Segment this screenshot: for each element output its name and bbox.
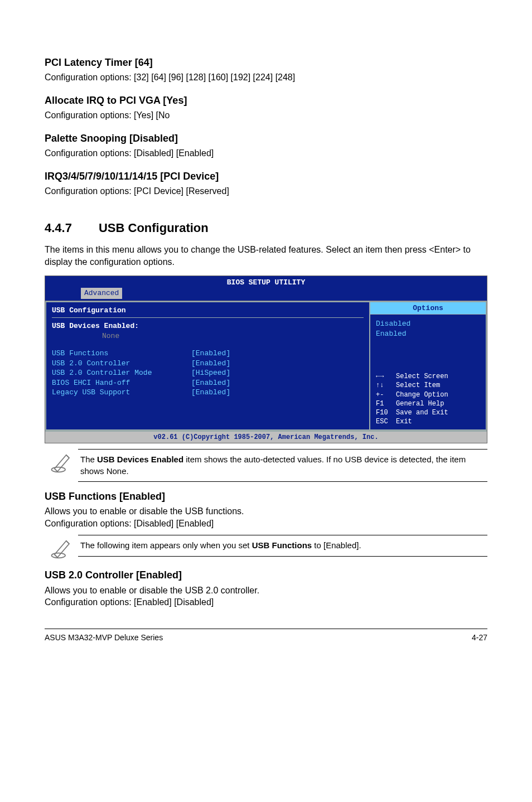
bios-tab-row: Advanced <box>45 288 487 301</box>
bios-key-desc: Select Screen <box>396 373 448 380</box>
bios-value: [Enabled] <box>191 359 230 369</box>
bios-value: [Enabled] <box>191 388 230 398</box>
note-body: The following item appears only when you… <box>78 535 487 556</box>
bios-divider <box>52 317 364 318</box>
text-allocate-irq-options: Configuration options: [Yes] [No <box>45 109 487 122</box>
bios-screenshot: BIOS SETUP UTILITY Advanced USB Configur… <box>45 276 487 443</box>
bios-key-desc: Exit <box>396 418 412 426</box>
section-header: 4.4.7 USB Configuration <box>45 220 487 236</box>
heading-irq-list: IRQ3/4/5/7/9/10/11/14/15 [PCI Device] <box>45 170 487 183</box>
heading-usb-functions: USB Functions [Enabled] <box>45 490 487 503</box>
bios-left-pane: USB Configuration USB Devices Enabled: N… <box>45 301 370 431</box>
svg-point-0 <box>52 467 66 472</box>
bios-key-help: ←→Select Screen ↑↓Select Item +-Change O… <box>376 372 480 426</box>
bios-row-legacy-usb: Legacy USB Support [Enabled] <box>52 388 364 398</box>
note-text-pre: The following item appears only when you… <box>80 540 252 550</box>
bios-key-desc: General Help <box>396 400 444 408</box>
bios-key: F1 <box>376 399 396 408</box>
bios-key: ←→ <box>376 372 396 381</box>
bios-footer: v02.61 (C)Copyright 1985-2007, American … <box>45 431 487 443</box>
footer-right: 4-27 <box>472 632 487 643</box>
text-irq-list-options: Configuration options: [PCI Device] [Res… <box>45 185 487 197</box>
note-text-pre: The <box>80 455 97 464</box>
heading-pci-latency: PCI Latency Timer [64] <box>45 56 487 69</box>
bios-row-usb20-controller: USB 2.0 Controller [Enabled] <box>52 359 364 369</box>
bios-value: [HiSpeed] <box>191 368 230 378</box>
text-pci-latency-options: Configuration options: [32] [64] [96] [1… <box>45 71 487 84</box>
footer-left: ASUS M3A32-MVP Deluxe Series <box>45 632 163 643</box>
section-title: USB Configuration <box>99 220 209 236</box>
bios-option-disabled: Disabled <box>376 319 480 329</box>
bios-devices-enabled-value: None <box>52 331 364 341</box>
bios-options-header: Options <box>370 302 486 315</box>
bios-left-title: USB Configuration <box>52 306 364 316</box>
pencil-icon <box>45 449 78 475</box>
bios-row-usb-functions: USB Functions [Enabled] <box>52 349 364 359</box>
text-usb20-controller-desc: Allows you to enable or disable the USB … <box>45 584 487 597</box>
note-usb-functions-enabled: The following item appears only when you… <box>45 535 487 561</box>
text-palette-snooping-options: Configuration options: [Disabled] [Enabl… <box>45 147 487 160</box>
bios-title: BIOS SETUP UTILITY <box>45 276 487 288</box>
bios-label: BIOS EHCI Hand-off <box>52 378 191 388</box>
text-usb-functions-options: Configuration options: [Disabled] [Enabl… <box>45 518 487 530</box>
bios-key-desc: Select Item <box>396 381 440 389</box>
bios-row-usb20-mode: USB 2.0 Controller Mode [HiSpeed] <box>52 368 364 378</box>
bios-options-list: Disabled Enabled <box>376 319 480 339</box>
bios-key: +- <box>376 390 396 399</box>
note-text-post: to [Enabled]. <box>312 540 361 550</box>
note-body: The USB Devices Enabled item shows the a… <box>78 449 487 482</box>
heading-usb20-controller: USB 2.0 Controller [Enabled] <box>45 568 487 582</box>
bios-key: ESC <box>376 417 396 426</box>
bios-label: USB Functions <box>52 349 191 359</box>
bios-option-enabled: Enabled <box>376 329 480 339</box>
note-text-bold: USB Devices Enabled <box>97 455 183 464</box>
pencil-icon <box>45 535 78 561</box>
bios-label: USB 2.0 Controller <box>52 359 191 369</box>
bios-key: F10 <box>376 408 396 417</box>
bios-devices-enabled-label: USB Devices Enabled: <box>52 321 364 331</box>
bios-tab-advanced: Advanced <box>80 288 123 299</box>
page-footer: ASUS M3A32-MVP Deluxe Series 4-27 <box>45 629 487 643</box>
heading-palette-snooping: Palette Snooping [Disabled] <box>45 132 487 145</box>
heading-allocate-irq: Allocate IRQ to PCI VGA [Yes] <box>45 94 487 107</box>
text-usb-functions-desc: Allows you to enable or disable the USB … <box>45 505 487 518</box>
section-description: The items in this menu allows you to cha… <box>45 244 487 268</box>
svg-point-1 <box>52 553 66 558</box>
bios-key-desc: Change Option <box>396 391 448 399</box>
bios-label: USB 2.0 Controller Mode <box>52 368 191 378</box>
bios-row-ehci-handoff: BIOS EHCI Hand-off [Enabled] <box>52 378 364 388</box>
bios-right-pane: Options Disabled Enabled ←→Select Screen… <box>370 301 487 431</box>
bios-value: [Enabled] <box>191 349 230 359</box>
bios-key: ↑↓ <box>376 381 396 390</box>
bios-label: Legacy USB Support <box>52 388 191 398</box>
note-text-bold: USB Functions <box>252 540 312 550</box>
note-usb-devices-enabled: The USB Devices Enabled item shows the a… <box>45 449 487 482</box>
bios-key-desc: Save and Exit <box>396 409 448 417</box>
section-number: 4.4.7 <box>45 220 72 236</box>
text-usb20-controller-options: Configuration options: [Enabled] [Disabl… <box>45 596 487 608</box>
bios-value: [Enabled] <box>191 378 230 388</box>
